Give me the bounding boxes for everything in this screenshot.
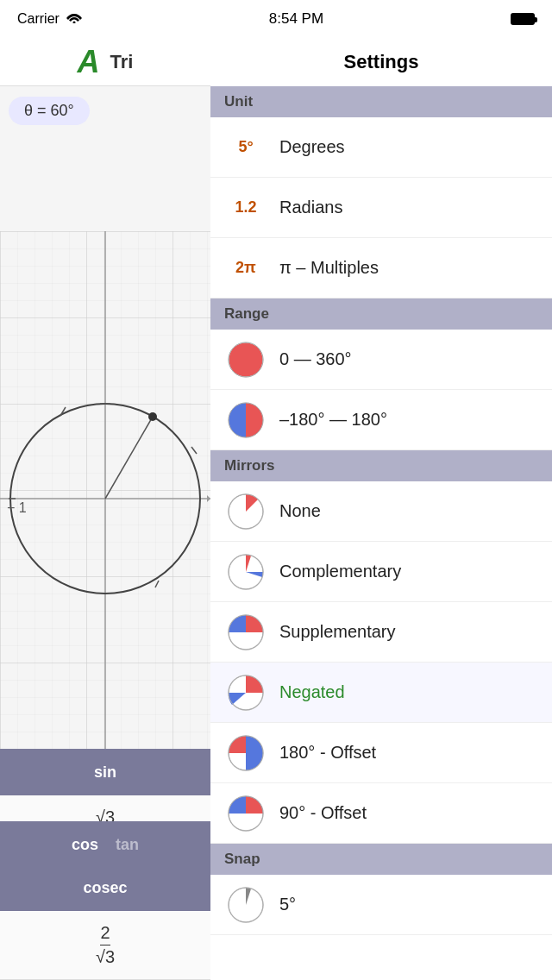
complementary-label: Complementary xyxy=(279,562,401,581)
wifi-icon xyxy=(66,11,82,27)
row-pi-multiples[interactable]: 2π π – Multiples xyxy=(210,238,552,298)
range-180-label: –180° — 180° xyxy=(279,410,387,430)
offset-90-icon xyxy=(224,792,267,835)
range-180-icon xyxy=(224,399,267,442)
radians-prefix: 1.2 xyxy=(235,198,256,217)
carrier-label: Carrier xyxy=(17,11,60,27)
row-complementary[interactable]: Complementary xyxy=(210,542,552,602)
app-logo: A xyxy=(78,44,100,80)
cosec-numerator: 2 xyxy=(100,923,110,945)
sin-label: sin xyxy=(94,763,116,782)
tan-label: tan xyxy=(116,836,139,854)
negated-icon xyxy=(224,671,267,714)
battery-icon xyxy=(511,13,535,25)
status-bar: Carrier 8:54 PM xyxy=(0,0,552,38)
row-offset-90[interactable]: 90° - Offset xyxy=(210,783,552,844)
none-icon xyxy=(224,490,267,533)
section-mirrors-title: Mirrors xyxy=(224,457,275,474)
pi-icon: 2π xyxy=(224,247,267,290)
nav-trig-label: Tri xyxy=(110,51,134,73)
offset-90-label: 90° - Offset xyxy=(279,803,367,823)
settings-panel-header: Settings xyxy=(210,38,552,86)
status-time: 8:54 PM xyxy=(269,10,323,28)
sin-label-row: sin xyxy=(0,749,210,795)
row-none[interactable]: None xyxy=(210,481,552,542)
section-header-snap: Snap xyxy=(210,844,552,875)
supplementary-label: Supplementary xyxy=(279,622,396,642)
row-range-360[interactable]: 0 — 360° xyxy=(210,330,552,390)
settings-panel-title: Settings xyxy=(344,51,419,73)
section-unit-title: Unit xyxy=(224,93,253,110)
svg-text:− 1: − 1 xyxy=(7,500,27,515)
row-negated[interactable]: Negated xyxy=(210,663,552,723)
offset-180-label: 180° - Offset xyxy=(279,743,376,763)
cosec-label: cosec xyxy=(83,879,127,897)
section-snap-title: Snap xyxy=(224,851,260,867)
cos-label: cos xyxy=(72,836,98,854)
cosec-value: 2 √3 xyxy=(0,911,210,980)
snap-5-label: 5° xyxy=(279,895,296,914)
svg-point-10 xyxy=(148,412,157,421)
section-header-mirrors: Mirrors xyxy=(210,450,552,481)
cos-label-row: cos tan xyxy=(0,821,210,868)
row-offset-180[interactable]: 180° - Offset xyxy=(210,723,552,783)
row-range-180[interactable]: –180° — 180° xyxy=(210,390,552,450)
section-range-title: Range xyxy=(224,305,269,322)
nav-bar: A Tri Settings xyxy=(0,38,552,86)
pi-prefix: 2π xyxy=(235,259,256,277)
radians-label: Radians xyxy=(279,198,342,217)
degrees-icon: 5° xyxy=(224,126,267,169)
pi-label: π – Multiples xyxy=(279,258,379,278)
offset-180-icon xyxy=(224,732,267,775)
none-label: None xyxy=(279,501,321,521)
theta-display: θ = 60° xyxy=(9,97,90,125)
range-360-icon xyxy=(224,338,267,381)
theta-value: θ = 60° xyxy=(24,102,74,119)
range-360-label: 0 — 360° xyxy=(279,349,352,369)
degrees-label: Degrees xyxy=(279,137,345,157)
row-supplementary[interactable]: Supplementary xyxy=(210,602,552,663)
row-snap-5[interactable]: 5° xyxy=(210,875,552,935)
degrees-prefix: 5° xyxy=(238,138,253,156)
nav-left: A Tri xyxy=(0,44,210,80)
complementary-icon xyxy=(224,550,267,594)
status-right xyxy=(511,13,535,25)
row-degrees[interactable]: 5° Degrees xyxy=(210,117,552,178)
graph-area: − 1 θ = 60° sin √3 2 cosec xyxy=(0,86,210,980)
negated-label: Negated xyxy=(279,682,345,702)
cosec-label-row: cosec xyxy=(0,864,210,911)
status-left: Carrier xyxy=(17,11,82,27)
cosec-denominator: √3 xyxy=(96,945,115,967)
section-header-range: Range xyxy=(210,298,552,330)
settings-panel[interactable]: Unit 5° Degrees 1.2 Radians 2π π – Multi… xyxy=(210,86,552,980)
row-radians[interactable]: 1.2 Radians xyxy=(210,178,552,238)
svg-point-0 xyxy=(72,22,75,24)
snap-5-icon xyxy=(224,883,267,927)
radians-icon: 1.2 xyxy=(224,186,267,229)
section-header-unit: Unit xyxy=(210,86,552,117)
supplementary-icon xyxy=(224,611,267,654)
cosec-fraction: 2 √3 xyxy=(96,923,115,967)
